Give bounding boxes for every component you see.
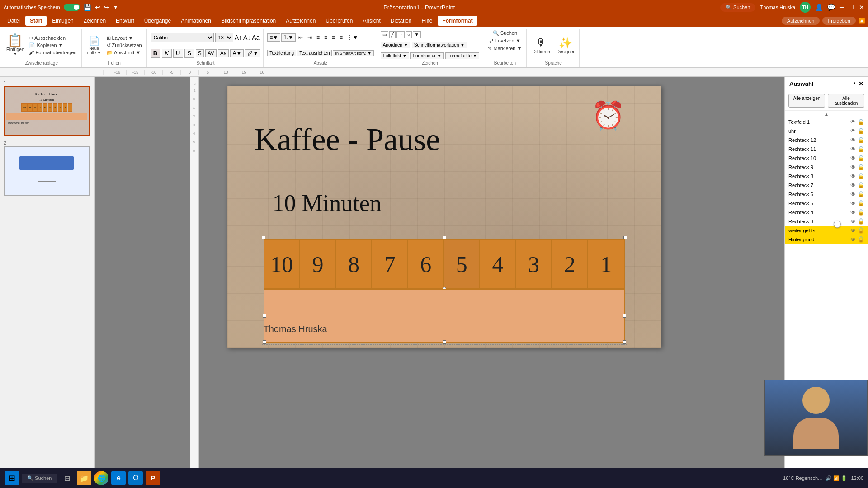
einfuegen-btn[interactable]: 📋 Einfügen ▼ (5, 33, 26, 57)
lock-icon-textfeld1[interactable]: 🔓 (858, 119, 864, 125)
layer-rechteck12[interactable]: Rechteck 12 👁 🔓 (785, 136, 868, 145)
visibility-icon-r12[interactable]: 👁 (850, 137, 856, 143)
lock-icon-r12[interactable]: 🔓 (858, 137, 864, 143)
highlight-btn[interactable]: 🖊▼ (245, 49, 260, 57)
layer-textfeld1[interactable]: Textfeld 1 👁 🔓 (785, 117, 868, 127)
char-spacing-btn[interactable]: AV (205, 49, 217, 57)
layer-rechteck6[interactable]: Rechteck 6 👁 🔓 (785, 190, 868, 199)
shape-rect[interactable]: ▭ (381, 31, 388, 38)
smartart-btn[interactable]: In SmartArt konv. ▼ (333, 50, 373, 56)
layer-rechteck4[interactable]: Rechteck 4 👁 🔓 (785, 208, 868, 217)
menu-zeichnen[interactable]: Zeichnen (79, 16, 110, 26)
autosave-toggle[interactable] (64, 4, 80, 11)
visibility-icon-r5[interactable]: 👁 (850, 200, 856, 206)
search-box[interactable]: 🔍 Suchen (720, 3, 755, 12)
start-btn[interactable]: ⊞ (5, 471, 19, 485)
visibility-icon-hintergrund[interactable]: 👁 (850, 236, 856, 243)
layer-uhr[interactable]: uhr 👁 🔓 (785, 127, 868, 136)
text-case-btn[interactable]: Aa (218, 49, 229, 57)
shape-line[interactable]: ╱ (389, 31, 396, 38)
slide-subtitle[interactable]: 10 Minuten (273, 190, 382, 216)
menu-ansicht[interactable]: Ansicht (358, 16, 385, 26)
columns-btn[interactable]: ⋮▼ (345, 34, 360, 41)
visibility-icon-r7[interactable]: 👁 (850, 182, 856, 188)
anordnen-btn[interactable]: Anordnen ▼ (381, 42, 410, 48)
italic-btn[interactable]: K (162, 49, 172, 58)
panel-close-btn[interactable]: ✕ (859, 80, 863, 87)
counter-bottom-rect[interactable] (264, 289, 625, 343)
decrease-indent-btn[interactable]: ⇤ (297, 34, 305, 41)
taskbar-app-chrome[interactable]: 🌐 (94, 471, 108, 485)
menu-start[interactable]: Start (25, 16, 47, 26)
markieren-btn[interactable]: ✎ Markieren ▼ (486, 45, 524, 52)
format-uebertragen-btn[interactable]: 🖌 Format übertragen (27, 49, 78, 56)
align-right-btn[interactable]: ≡ (330, 34, 337, 41)
more-icon[interactable]: ▼ (113, 4, 118, 10)
minimize-btn[interactable]: ─ (840, 4, 844, 11)
freigeben-btn[interactable]: Freigeben (822, 17, 856, 25)
layer-rechteck3[interactable]: Rechteck 3 👁 🔓 (785, 217, 868, 226)
increase-font-btn[interactable]: A↑ (235, 34, 242, 41)
slide-thumb-1[interactable]: 1 Kaffee - Pause 10 Minuten 10 9 8 7 6 5… (4, 80, 91, 136)
layer-rechteck11[interactable]: Rechteck 11 👁 🔓 (785, 145, 868, 154)
slide-canvas[interactable]: ⏰ Kaffee - Pause 10 Minuten (227, 86, 661, 348)
taskview-btn[interactable]: ⊟ (60, 471, 74, 485)
taskbar-app-powerpoint[interactable]: P (146, 471, 160, 485)
clear-format-btn[interactable]: Aa (252, 34, 259, 41)
underline-btn[interactable]: U (173, 49, 183, 58)
diktieren-btn[interactable]: 🎙 Diktieren (530, 36, 552, 55)
layer-rechteck7[interactable]: Rechteck 7 👁 🔓 (785, 181, 868, 190)
menu-dictation[interactable]: Dictation (386, 16, 416, 26)
visibility-icon-r6[interactable]: 👁 (850, 191, 856, 197)
lock-icon-r9[interactable]: 🔓 (858, 164, 864, 170)
ausschneiden-btn[interactable]: ✂ Ausschneiden (27, 35, 78, 42)
schnellformat-btn[interactable]: Schnellformatvorlagen ▼ (412, 42, 467, 48)
lock-icon-r10[interactable]: 🔓 (858, 155, 864, 161)
designer-btn[interactable]: ✨ Designer (555, 36, 576, 55)
bold-btn[interactable]: B (151, 49, 160, 58)
more-shapes-btn[interactable]: ▼ (413, 31, 421, 38)
zuruecksetzen-btn[interactable]: ↺ Zurücksetzen (105, 42, 144, 49)
align-center-btn[interactable]: ≡ (322, 34, 329, 41)
neue-folie-btn[interactable]: 📄 Neue Folie ▼ (85, 34, 103, 56)
layer-hintergrund[interactable]: Hintergrund 👁 🔓 (785, 235, 868, 244)
visibility-icon-r9[interactable]: 👁 (850, 164, 856, 170)
visibility-icon-r4[interactable]: 👁 (850, 209, 856, 216)
menu-uebergaenge[interactable]: Übergänge (140, 16, 175, 26)
lock-icon-weiter[interactable]: 🔓 (858, 227, 864, 234)
suchen-btn[interactable]: 🔍 Suchen (491, 30, 519, 37)
visibility-icon-r10[interactable]: 👁 (850, 155, 856, 161)
panel-collapse-btn[interactable]: ▲ (852, 80, 857, 87)
menu-aufzeichnen[interactable]: Aufzeichnen (281, 16, 320, 26)
layer-weiter-gehts[interactable]: weiter gehts 👁 🔓 (785, 226, 868, 235)
restore-btn[interactable]: ❐ (849, 4, 854, 11)
visibility-icon-r3[interactable]: 👁 (850, 218, 856, 225)
numbering-btn[interactable]: 1.▼ (281, 33, 296, 42)
comments-icon[interactable]: 💬 (827, 4, 835, 11)
menu-ueberpruefen[interactable]: Überprüfen (321, 16, 357, 26)
canvas-area[interactable]: -2 -1 0 1 2 3 4 5 6 ⏰ (95, 77, 784, 476)
strikethrough-btn[interactable]: S (184, 49, 194, 58)
effekte-btn[interactable]: Formeffekte ▼ (445, 52, 480, 59)
layer-rechteck5[interactable]: Rechteck 5 👁 🔓 (785, 199, 868, 208)
visibility-icon-textfeld1[interactable]: 👁 (850, 119, 856, 125)
close-btn[interactable]: ✕ (859, 4, 864, 11)
lock-icon-hintergrund[interactable]: 🔓 (858, 236, 864, 243)
lock-icon-r8[interactable]: 🔓 (858, 173, 864, 179)
layout-btn[interactable]: ⊞ Layout ▼ (105, 35, 144, 42)
shape-oval[interactable]: ○ (406, 31, 412, 38)
lock-icon-r7[interactable]: 🔓 (858, 182, 864, 188)
lock-icon-r6[interactable]: 🔓 (858, 191, 864, 197)
menu-animationen[interactable]: Animationen (176, 16, 216, 26)
ersetzen-btn[interactable]: ⇄ Ersetzen ▼ (487, 38, 522, 44)
layers-scroll-up[interactable]: ▲ (785, 111, 868, 117)
menu-einfuegen[interactable]: Einfügen (47, 16, 78, 26)
lock-icon-r11[interactable]: 🔓 (858, 146, 864, 152)
visibility-icon-weiter[interactable]: 👁 (850, 227, 856, 234)
lock-icon-r5[interactable]: 🔓 (858, 200, 864, 206)
menu-entwurf[interactable]: Entwurf (111, 16, 139, 26)
lock-icon-r3[interactable]: 🔓 (858, 218, 864, 225)
font-size-select[interactable]: 18 (215, 33, 233, 42)
abschnitt-btn[interactable]: 📂 Abschnitt ▼ (105, 49, 144, 56)
visibility-icon-r8[interactable]: 👁 (850, 173, 856, 179)
